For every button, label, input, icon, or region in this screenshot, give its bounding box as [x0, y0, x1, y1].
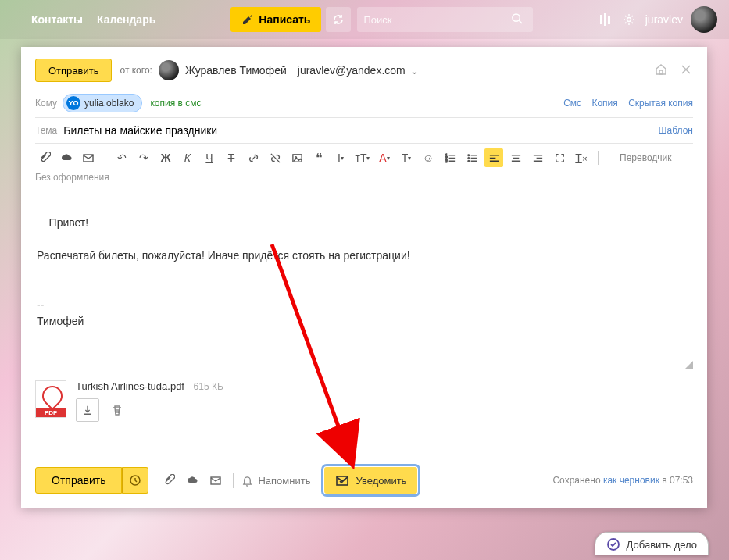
to-label: Кому: [35, 98, 63, 109]
compose-button[interactable]: Написать: [230, 7, 321, 32]
unlink-icon[interactable]: [266, 148, 284, 167]
pdf-icon: PDF: [35, 380, 66, 418]
avatar[interactable]: [691, 6, 717, 33]
refresh-icon: [332, 13, 345, 26]
bold-icon[interactable]: Ж: [156, 148, 175, 167]
search-input[interactable]: [363, 14, 506, 26]
mail-attach-icon[interactable]: [79, 148, 98, 167]
numbered-list-icon[interactable]: 123: [441, 148, 459, 167]
send-later-button[interactable]: [122, 467, 148, 494]
settings-icon[interactable]: [617, 8, 641, 31]
attachment-size: 615 КБ: [194, 381, 223, 392]
emoji-icon[interactable]: ☺: [419, 148, 438, 167]
attachment-name[interactable]: Turkish Airlines-tuda.pdf: [76, 380, 184, 392]
cloud-attach-icon[interactable]: [57, 148, 76, 167]
app-header: Контакты Календарь Написать juravlev: [0, 0, 729, 39]
svg-rect-5: [659, 70, 663, 74]
resize-handle[interactable]: [685, 361, 693, 369]
clock-icon: [129, 474, 141, 487]
search-button[interactable]: [506, 12, 527, 27]
translator-link[interactable]: Переводчик: [620, 152, 672, 163]
delete-attachment-button[interactable]: [105, 398, 129, 422]
draft-link[interactable]: как черновик: [603, 475, 659, 486]
svg-text:3: 3: [445, 159, 447, 163]
svg-rect-3: [608, 16, 610, 24]
italic-icon[interactable]: К: [178, 148, 197, 167]
recipient-chip[interactable]: YO yulia.oblako: [63, 94, 142, 112]
template-link[interactable]: Шаблон: [659, 125, 693, 136]
bell-icon: [241, 475, 253, 487]
link-icon[interactable]: [244, 148, 263, 167]
remind-button[interactable]: Напомнить: [241, 475, 310, 487]
redo-icon[interactable]: ↷: [134, 148, 153, 167]
textcolor-icon[interactable]: A▾: [375, 148, 394, 167]
fontsize-icon[interactable]: тТ▾: [353, 148, 372, 167]
format-toolbar: ↶ ↷ Ж К Ч Т ❝ I▾ тТ▾ A▾ Т▾ ☺ 123 Т× Пере…: [21, 144, 707, 170]
refresh-button[interactable]: [326, 7, 351, 32]
compose-footer: Отправить Напомнить Уведомить Сохранено …: [21, 458, 707, 508]
notify-button[interactable]: Уведомить: [324, 467, 417, 494]
message-body[interactable]: Привет! Распечатай билеты, пожалуйста! И…: [35, 192, 693, 369]
footer-attach-icon[interactable]: [159, 471, 178, 490]
footer-cloud-icon[interactable]: [183, 471, 202, 490]
sms-link[interactable]: Смс: [563, 98, 581, 109]
themes-icon[interactable]: [594, 8, 617, 31]
notify-icon: [335, 473, 349, 487]
sms-copy-link[interactable]: копия в смс: [150, 98, 201, 109]
from-label: от кого:: [120, 65, 152, 76]
image-icon[interactable]: [288, 148, 306, 167]
align-left-icon[interactable]: [484, 148, 503, 167]
svg-point-0: [513, 14, 520, 21]
search-icon: [511, 12, 523, 24]
lineheight-icon[interactable]: I▾: [331, 148, 350, 167]
download-attachment-button[interactable]: [76, 398, 99, 422]
saved-status: Сохранено как черновик в 07:53: [552, 475, 693, 486]
username[interactable]: juravlev: [645, 13, 683, 26]
subject-label: Тема: [35, 125, 57, 136]
chevron-down-icon[interactable]: ⌄: [410, 65, 419, 77]
send-button[interactable]: Отправить: [35, 467, 122, 494]
bcc-link[interactable]: Скрытая копия: [628, 98, 693, 109]
svg-point-12: [467, 154, 469, 155]
check-icon: [606, 537, 620, 551]
attachment-row: PDF Turkish Airlines-tuda.pdf 615 КБ: [21, 369, 707, 433]
strike-icon[interactable]: Т: [222, 148, 241, 167]
recipient-badge: YO: [66, 96, 80, 110]
subject-input[interactable]: [63, 124, 658, 137]
popout-icon[interactable]: [654, 62, 668, 79]
clear-format-icon[interactable]: Т×: [572, 148, 591, 167]
svg-rect-2: [604, 13, 606, 26]
cc-link[interactable]: Копия: [591, 98, 617, 109]
underline-icon[interactable]: Ч: [200, 148, 219, 167]
send-top-button[interactable]: Отправить: [35, 59, 112, 82]
svg-point-4: [627, 18, 631, 22]
bullet-list-icon[interactable]: [463, 148, 481, 167]
close-icon[interactable]: [679, 62, 693, 79]
highlight-icon[interactable]: Т▾: [397, 148, 416, 167]
undo-icon[interactable]: ↶: [113, 148, 131, 167]
svg-point-13: [467, 157, 469, 159]
compose-window: Отправить от кого: Журавлев Тимофей jura…: [21, 47, 707, 508]
nav-contacts[interactable]: Контакты: [31, 13, 83, 26]
nav-calendar[interactable]: Календарь: [97, 13, 155, 26]
fullscreen-icon[interactable]: [550, 148, 569, 167]
align-right-icon[interactable]: [528, 148, 547, 167]
from-avatar[interactable]: [159, 60, 179, 80]
from-name[interactable]: Журавлев Тимофей: [185, 64, 287, 77]
from-email[interactable]: juravlev@yandex.com: [298, 64, 406, 77]
svg-rect-1: [600, 15, 602, 24]
quote-icon[interactable]: ❝: [309, 148, 328, 167]
trash-icon: [111, 404, 123, 416]
svg-point-14: [467, 160, 469, 162]
search-box[interactable]: [357, 7, 533, 32]
add-task-button[interactable]: Добавить дело: [595, 532, 709, 555]
download-icon: [82, 405, 93, 416]
no-format-link[interactable]: Без оформления: [21, 170, 707, 189]
align-center-icon[interactable]: [506, 148, 525, 167]
footer-mail-icon[interactable]: [206, 471, 225, 490]
compose-icon: [241, 13, 254, 26]
attach-icon[interactable]: [35, 148, 54, 167]
